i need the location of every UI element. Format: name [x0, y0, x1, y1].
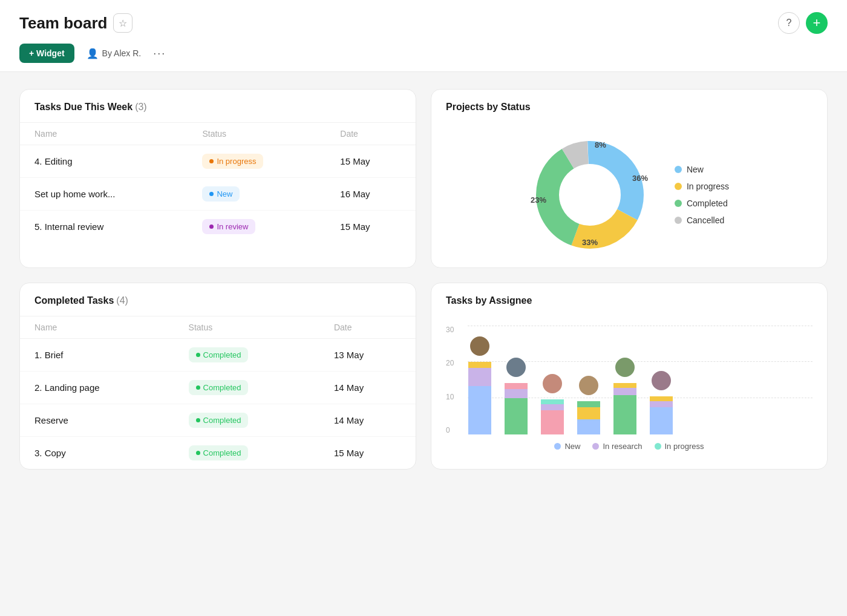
bar-segment	[613, 383, 636, 388]
col-status: Status	[188, 123, 325, 145]
bar-chart-container: 30 20 10 0 NewIn researchIn progress	[431, 316, 827, 460]
bar-group	[613, 383, 637, 434]
bar-segment	[650, 407, 673, 434]
bar-chart-legend: NewIn researchIn progress	[446, 442, 813, 451]
bar-segment	[541, 404, 564, 410]
bar-group	[577, 401, 601, 434]
bar-legend-item: In progress	[655, 442, 704, 451]
avatar	[650, 370, 672, 392]
legend-inprogress: In progress	[675, 182, 729, 191]
col-name-c: Name	[20, 316, 174, 339]
task-date: 16 May	[325, 178, 416, 211]
task-name: 3. Copy	[20, 437, 174, 470]
avatar	[541, 373, 563, 395]
pct-inprogress: 23%	[531, 195, 546, 205]
table-row: 5. Internal review In review 15 May	[20, 211, 416, 243]
bar-segment	[468, 362, 491, 368]
table-row: Set up home work... New 16 May	[20, 178, 416, 211]
table-row: 4. Editing In progress 15 May	[20, 145, 416, 178]
task-date: 15 May	[325, 211, 416, 243]
bar-group	[504, 383, 528, 434]
bar-segment	[505, 383, 528, 389]
bar-segment	[650, 401, 673, 407]
main-content: Tasks Due This Week(3) Name Status Date …	[0, 72, 847, 487]
header-title-group: Team board ☆	[19, 13, 132, 33]
table-row: 2. Landing page Completed 14 May	[20, 372, 416, 404]
tasks-due-widget: Tasks Due This Week(3) Name Status Date …	[19, 89, 416, 268]
task-status: In progress	[188, 145, 325, 178]
donut-chart: 33% 23% 36% 8%	[529, 134, 650, 255]
completed-tasks-table: Name Status Date 1. Brief Completed 13 M…	[20, 316, 416, 469]
task-name: Reserve	[20, 404, 174, 437]
bar-segment	[468, 386, 491, 434]
task-name: Set up home work...	[20, 178, 188, 211]
tasks-by-assignee-widget: Tasks by Assignee 30 20 10 0 NewIn resea…	[431, 283, 828, 470]
col-date-c: Date	[319, 316, 416, 339]
widget-button[interactable]: + Widget	[19, 44, 74, 63]
avatar	[505, 356, 527, 378]
task-status: Completed	[174, 437, 319, 470]
donut-chart-container: 33% 23% 36% 8% New In progress	[431, 122, 827, 267]
bar-segment	[577, 401, 600, 407]
legend-cancelled: Cancelled	[675, 215, 729, 225]
grid-line-30	[468, 326, 813, 326]
by-user-label: 👤 By Alex R.	[87, 48, 142, 59]
page-title: Team board	[19, 14, 107, 33]
task-date: 15 May	[319, 437, 416, 470]
projects-by-status-widget: Projects by Status 33%	[431, 89, 828, 268]
legend-dot-cancelled	[675, 217, 682, 224]
legend-completed: Completed	[675, 198, 729, 208]
bar-group	[468, 362, 492, 434]
bar-segment	[650, 396, 673, 401]
star-icon[interactable]: ☆	[113, 13, 132, 33]
bar-legend-item: In research	[592, 442, 642, 451]
bar-segment	[577, 419, 600, 434]
table-row: 3. Copy Completed 15 May	[20, 437, 416, 470]
person-icon: 👤	[87, 48, 99, 59]
bar-legend-item: New	[554, 442, 580, 451]
bar-segment	[505, 398, 528, 434]
avatar	[614, 356, 636, 378]
add-button[interactable]: +	[806, 12, 828, 34]
pct-completed: 36%	[632, 174, 648, 183]
tasks-due-header: Tasks Due This Week(3)	[20, 90, 416, 122]
projects-status-header: Projects by Status	[431, 90, 827, 122]
completed-tasks-header: Completed Tasks(4)	[20, 283, 416, 316]
col-name: Name	[20, 123, 188, 145]
task-status: Completed	[174, 339, 319, 372]
tasks-due-table: Name Status Date 4. Editing In progress …	[20, 122, 416, 243]
task-date: 13 May	[319, 339, 416, 372]
task-name: 5. Internal review	[20, 211, 188, 243]
task-name: 4. Editing	[20, 145, 188, 178]
task-status: Completed	[174, 372, 319, 404]
bar-group	[540, 399, 564, 434]
task-name: 2. Landing page	[20, 372, 174, 404]
bar-segment	[505, 389, 528, 398]
legend-dot-completed	[675, 200, 682, 207]
completed-tasks-widget: Completed Tasks(4) Name Status Date 1. B…	[19, 283, 416, 470]
legend-new: New	[675, 165, 729, 174]
more-button[interactable]: ···	[153, 47, 166, 60]
table-row: Reserve Completed 14 May	[20, 404, 416, 437]
header-top: Team board ☆ ? +	[19, 12, 828, 34]
bar-segment	[541, 399, 564, 404]
task-name: 1. Brief	[20, 339, 174, 372]
legend-dot-new	[675, 166, 682, 173]
tasks-assignee-header: Tasks by Assignee	[431, 283, 827, 316]
col-date: Date	[325, 123, 416, 145]
task-date: 14 May	[319, 372, 416, 404]
task-status: New	[188, 178, 325, 211]
header-actions: ? +	[778, 12, 828, 34]
task-date: 14 May	[319, 404, 416, 437]
avatar	[469, 335, 491, 357]
avatar	[578, 375, 600, 396]
task-date: 15 May	[325, 145, 416, 178]
header: Team board ☆ ? + + Widget 👤 By Alex R. ·…	[0, 0, 847, 72]
bar-segment	[468, 368, 491, 386]
task-status: In review	[188, 211, 325, 243]
bar-segment	[577, 407, 600, 419]
pct-new: 33%	[582, 238, 598, 247]
bar-group	[649, 396, 673, 434]
help-button[interactable]: ?	[778, 12, 800, 34]
header-sub: + Widget 👤 By Alex R. ···	[19, 44, 828, 71]
